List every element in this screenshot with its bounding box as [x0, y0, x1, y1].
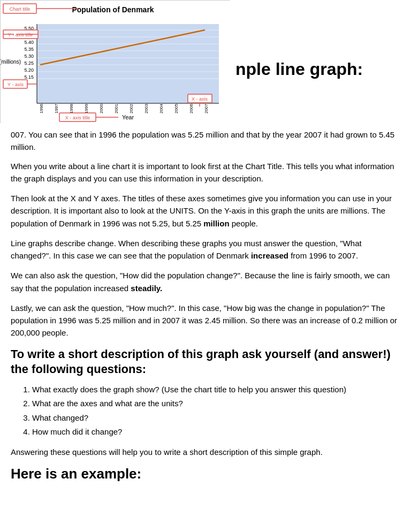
list-item: What are the axes and what are the units…: [32, 398, 400, 410]
svg-text:X - axis: X - axis: [192, 96, 208, 102]
page-heading: nple line graph:: [235, 59, 363, 79]
paragraph-1: When you write about a line chart it is …: [11, 160, 400, 185]
svg-text:2001: 2001: [114, 104, 119, 113]
numbered-list: What exactly does the graph show? (Use t…: [32, 384, 400, 438]
svg-text:Y - axis: Y - axis: [7, 82, 24, 87]
svg-text:1997: 1997: [54, 104, 59, 113]
svg-text:Year: Year: [122, 114, 134, 120]
svg-text:5.40: 5.40: [24, 40, 34, 45]
paragraph-3: Line graphs describe change. When descri…: [11, 237, 400, 262]
svg-text:Population of Denmark: Population of Denmark: [72, 5, 154, 14]
svg-text:2006: 2006: [189, 104, 194, 113]
svg-rect-12: [37, 24, 219, 103]
svg-text:(millions): (millions): [1, 59, 21, 65]
example-heading: Here is an example:: [11, 466, 400, 482]
svg-text:2000: 2000: [99, 104, 104, 113]
svg-text:5.15: 5.15: [24, 74, 34, 80]
bold-million: million: [203, 219, 229, 228]
svg-text:1998: 1998: [69, 104, 74, 113]
section-heading: To write a short description of this gra…: [11, 347, 400, 377]
list-item: How much did it change?: [32, 426, 400, 438]
chart-wrapper: Population of Denmark 5.50 5.45 5.40 5.3…: [0, 0, 230, 123]
svg-text:Y - axis title: Y - axis title: [8, 32, 33, 37]
bold-steadily: steadily.: [131, 284, 162, 293]
paragraph-4: We can also ask the question, "How did t…: [11, 269, 400, 294]
content-area: 007. You can see that in 1996 the popula…: [0, 123, 411, 493]
svg-text:5.30: 5.30: [24, 54, 34, 59]
page-container: Population of Denmark 5.50 5.45 5.40 5.3…: [0, 0, 411, 493]
svg-text:2002: 2002: [129, 104, 134, 113]
paragraph-2: Then look at the X and Y axes. The title…: [11, 192, 400, 230]
svg-text:2005: 2005: [174, 104, 179, 113]
svg-text:5.20: 5.20: [24, 67, 34, 73]
bold-increased: increased: [251, 251, 288, 260]
chart-svg: Population of Denmark 5.50 5.45 5.40 5.3…: [1, 1, 231, 124]
svg-text:2007: 2007: [204, 104, 209, 113]
list-item: What exactly does the graph show? (Use t…: [32, 384, 400, 396]
list-item: What changed?: [32, 412, 400, 424]
heading-area: nple line graph:: [230, 0, 363, 87]
svg-text:5.35: 5.35: [24, 47, 34, 52]
svg-text:2004: 2004: [159, 104, 164, 113]
svg-text:X - axis title: X - axis title: [65, 115, 90, 120]
svg-text:5.25: 5.25: [24, 60, 34, 66]
svg-text:Chart title: Chart title: [10, 6, 31, 12]
paragraph-5: Lastly, we can ask the question, "How mu…: [11, 302, 400, 339]
svg-text:1996: 1996: [39, 104, 44, 113]
intro-paragraph: 007. You can see that in 1996 the popula…: [11, 128, 400, 154]
answer-text: Answering these questions will help you …: [11, 446, 400, 458]
svg-text:2003: 2003: [144, 104, 149, 113]
svg-text:1999: 1999: [84, 104, 89, 113]
